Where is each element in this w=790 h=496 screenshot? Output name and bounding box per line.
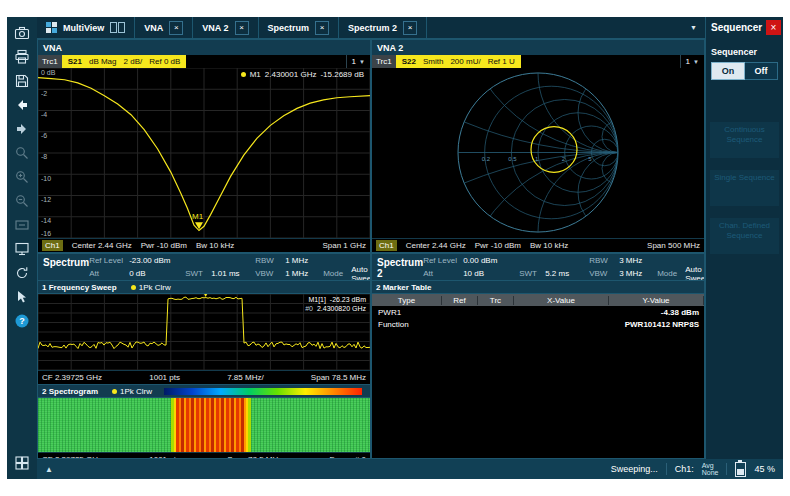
tab-overflow-arrow[interactable]: ▼	[682, 24, 705, 31]
svg-text:5: 5	[588, 156, 592, 162]
camera-tool[interactable]	[7, 21, 37, 45]
vna-trace-plot: M1	[38, 68, 370, 238]
tab-bar: MultiView VNA × VNA 2 × Spectrum × Spect…	[37, 17, 705, 39]
trace-selector[interactable]: 1 ▼	[346, 55, 370, 68]
channel-header[interactable]: Spectrum 2 Ref Level0.00 dBmRBW3 MHz Att…	[372, 254, 704, 280]
sequencer-on-button[interactable]: On	[711, 62, 745, 80]
refresh-tool[interactable]	[7, 261, 37, 285]
subwindow-title: 2 Marker Table	[376, 283, 431, 292]
settings-info: Ref Level-23.00 dBmRBW1 MHz Att0 dBSWT1.…	[89, 254, 371, 280]
spectrum2-window[interactable]: Spectrum 2 Ref Level0.00 dBmRBW3 MHz Att…	[371, 253, 705, 459]
softkey-single-sequence[interactable]: Single Sequence	[710, 170, 779, 206]
vna2-window[interactable]: VNA 2 Trc1 S22 Smith 200 mU/ Ref 1 U 1 ▼…	[371, 39, 705, 253]
battery-icon	[735, 462, 746, 477]
windows-icon	[14, 455, 30, 471]
trace-dot-icon	[112, 389, 117, 394]
context-help-tool[interactable]	[7, 285, 37, 309]
tab-spectrum[interactable]: Spectrum ×	[259, 17, 340, 38]
zoom-out-tool[interactable]	[7, 189, 37, 213]
marker-readout: M1 2.430001 GHz -15.2689 dB	[241, 70, 364, 79]
help-tool[interactable]: ?	[7, 309, 37, 333]
zoom-window-tool[interactable]	[7, 213, 37, 237]
sequencer-off-button[interactable]: Off	[745, 62, 778, 80]
table-row: Function PWR101412 NRP8S	[372, 318, 704, 330]
spectrogram-window-bar[interactable]: 2 Spectrogram 1Pk Clrw	[38, 384, 370, 398]
expand-toolbar-arrow[interactable]: ▲	[45, 465, 53, 474]
chevron-down-icon: ▼	[359, 59, 365, 65]
trace-settings: S22 Smith 200 mU/ Ref 1 U	[396, 55, 521, 68]
analyzer-app: ? MultiView VNA × VNA 2 × Spectrum × Spe…	[7, 17, 783, 479]
tab-spectrum2[interactable]: Spectrum 2 ×	[339, 17, 427, 38]
softkey-continuous-sequence[interactable]: Continuous Sequence	[710, 122, 779, 158]
trace-name: Trc1	[372, 55, 396, 68]
spectrogram-footer: CF 2.39725 GHz 1001 pts Span 78.5 MHz Fr…	[38, 452, 370, 459]
save-tool[interactable]	[7, 69, 37, 93]
average-info: Avg None	[702, 462, 719, 476]
empty-area	[372, 330, 704, 458]
chevron-down-icon: ▼	[693, 59, 699, 65]
close-icon[interactable]: ×	[766, 20, 781, 35]
span: Span 500 MHz	[647, 241, 700, 250]
center-freq: CF 2.39725 GHz	[42, 373, 102, 382]
tab-vna[interactable]: VNA ×	[135, 17, 193, 38]
back-icon	[14, 97, 30, 113]
close-icon[interactable]: ×	[315, 21, 329, 35]
zoom-select-icon	[14, 145, 30, 161]
trace-settings: S21 dB Mag 2 dB/ Ref 0 dB	[62, 55, 187, 68]
softkey-chan-defined-sequence[interactable]: Chan. Defined Sequence	[710, 218, 779, 254]
print-tool[interactable]	[7, 45, 37, 69]
save-icon	[14, 73, 30, 89]
window-title: Spectrum 2	[372, 254, 423, 280]
tab-multiview[interactable]: MultiView	[37, 17, 135, 38]
window-title[interactable]: VNA 2	[372, 40, 704, 55]
spectrogram-signal-band	[174, 398, 248, 452]
trace-bar[interactable]: Trc1 S21 dB Mag 2 dB/ Ref 0 dB 1 ▼	[38, 55, 370, 68]
zoom-in-tool[interactable]	[7, 165, 37, 189]
window-title[interactable]: VNA	[38, 40, 370, 55]
channel-tag[interactable]: Ch1	[376, 240, 397, 251]
marker-table-bar[interactable]: 2 Marker Table	[372, 280, 704, 294]
y-axis-label: -2	[41, 90, 47, 97]
vna-chart: M1 0 dB -2 -4 -6 -8 -10 -12 -14 -16 M1 2…	[38, 68, 370, 238]
svg-text:0.2: 0.2	[482, 156, 491, 162]
display-tool[interactable]	[7, 237, 37, 261]
zoom-window-icon	[14, 217, 30, 233]
power: Pwr -10 dBm	[141, 241, 187, 250]
window-title: Spectrum	[38, 254, 89, 280]
points: 1001 pts	[149, 373, 180, 382]
spectrum-window[interactable]: Spectrum Ref Level-23.00 dBmRBW1 MHz Att…	[37, 253, 371, 459]
forward-tool[interactable]	[7, 117, 37, 141]
battery-percent: 45 %	[754, 464, 775, 474]
tab-label: VNA	[144, 23, 163, 33]
vna-window[interactable]: VNA Trc1 S21 dB Mag 2 dB/ Ref 0 dB 1 ▼ M…	[37, 39, 371, 253]
zoom-select-tool[interactable]	[7, 141, 37, 165]
close-icon[interactable]: ×	[403, 21, 417, 35]
center-freq: Center 2.44 GHz	[72, 241, 132, 250]
context-help-icon	[14, 289, 30, 305]
subwindow-title: 1 Frequency Sweep	[42, 283, 117, 292]
marker-dot-icon	[241, 72, 246, 77]
tab-vna2[interactable]: VNA 2 ×	[193, 17, 258, 38]
print-icon	[14, 49, 30, 65]
y-axis-label: -10	[41, 175, 51, 182]
back-tool[interactable]	[7, 93, 37, 117]
close-icon[interactable]: ×	[169, 21, 183, 35]
softkey-panel-header: Sequencer ×	[706, 17, 783, 37]
channel-tag[interactable]: Ch1	[42, 240, 63, 251]
bandwidth: Bw 10 kHz	[530, 241, 568, 250]
sweep-chart: M1[1] -26.23 dBm #02.4300820 GHz	[38, 294, 370, 370]
trace-selector[interactable]: 1 ▼	[680, 55, 704, 68]
close-icon[interactable]: ×	[235, 21, 249, 35]
y-axis-label: -14	[41, 217, 51, 224]
sweep-window-bar[interactable]: 1 Frequency Sweep 1Pk Clrw	[38, 280, 370, 294]
trace-legend: 1Pk Clrw	[112, 387, 152, 396]
y-axis-label: -4	[41, 111, 47, 118]
panel-title: Sequencer	[711, 22, 762, 33]
windows-tool[interactable]	[7, 451, 37, 475]
span: Span 78.5 MHz	[311, 373, 366, 382]
y-axis-label: -16	[41, 230, 51, 237]
tab-label: VNA 2	[202, 23, 228, 33]
trace-bar[interactable]: Trc1 S22 Smith 200 mU/ Ref 1 U 1 ▼	[372, 55, 704, 68]
channel-header[interactable]: Spectrum Ref Level-23.00 dBmRBW1 MHz Att…	[38, 254, 370, 280]
multiview-grid: VNA Trc1 S21 dB Mag 2 dB/ Ref 0 dB 1 ▼ M…	[37, 39, 705, 459]
